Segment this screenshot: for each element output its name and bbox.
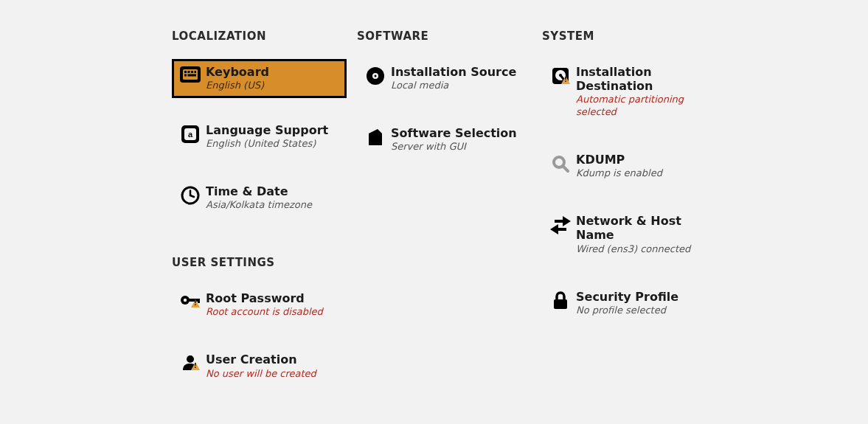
svg-rect-3 — [188, 71, 190, 73]
key-icon — [176, 291, 204, 307]
security-profile-title: Security Profile — [576, 290, 678, 304]
user-settings-heading: USER SETTINGS — [172, 256, 347, 269]
svg-point-22 — [375, 75, 377, 77]
root-password-spoke[interactable]: Root Password Root account is disabled — [172, 285, 347, 324]
disc-icon — [361, 65, 389, 86]
svg-rect-5 — [195, 71, 197, 73]
network-hostname-spoke[interactable]: Network & Host Name Wired (ens3) connect… — [542, 208, 717, 261]
keyboard-title: Keyboard — [206, 65, 269, 79]
installation-destination-spoke[interactable]: Installation Destination Automatic parti… — [542, 59, 717, 125]
software-selection-status: Server with GUI — [391, 141, 517, 153]
installation-source-title: Installation Source — [391, 65, 516, 79]
search-icon — [546, 153, 574, 173]
keyboard-status: English (US) — [206, 80, 269, 92]
svg-text:a: a — [188, 130, 193, 139]
software-selection-spoke[interactable]: Software Selection Server with GUI — [357, 120, 532, 159]
warning-icon — [191, 362, 200, 370]
installation-source-status: Local media — [391, 80, 516, 92]
user-creation-status: No user will be created — [206, 368, 316, 380]
software-heading: SOFTWARE — [357, 29, 532, 43]
user-creation-title: User Creation — [206, 352, 316, 366]
user-creation-spoke[interactable]: User Creation No user will be created — [172, 347, 347, 386]
language-support-title: Language Support — [206, 123, 328, 137]
time-date-status: Asia/Kolkata timezone — [206, 199, 312, 212]
user-icon — [176, 352, 204, 372]
installation-source-spoke[interactable]: Installation Source Local media — [357, 59, 532, 98]
installation-summary-panel: LOCALIZATION Keyboard English (US) — [0, 0, 868, 408]
keyboard-icon — [176, 65, 204, 83]
language-icon: a — [176, 123, 204, 144]
lock-icon — [546, 290, 574, 310]
warning-icon — [561, 76, 570, 84]
language-support-spoke[interactable]: a Language Support English (United State… — [172, 117, 347, 156]
svg-line-28 — [563, 166, 568, 171]
kdump-title: KDUMP — [576, 153, 662, 167]
system-column: SYSTEM Installation Destination Automati… — [542, 29, 717, 408]
time-date-title: Time & Date — [206, 184, 312, 198]
kdump-spoke[interactable]: KDUMP Kdump is enabled — [542, 147, 717, 186]
localization-column: LOCALIZATION Keyboard English (US) — [172, 29, 347, 408]
root-password-title: Root Password — [206, 291, 323, 305]
clock-icon — [176, 184, 204, 205]
svg-line-13 — [190, 195, 194, 197]
svg-rect-4 — [191, 71, 193, 73]
svg-rect-2 — [184, 71, 187, 73]
installation-destination-title: Installation Destination — [576, 65, 712, 93]
security-profile-status: No profile selected — [576, 305, 678, 317]
installation-destination-status: Automatic partitioning selected — [576, 94, 712, 119]
localization-heading: LOCALIZATION — [172, 29, 347, 43]
svg-rect-29 — [554, 299, 567, 309]
software-column: SOFTWARE Installation Source Local media — [357, 29, 532, 408]
warning-icon — [191, 299, 200, 307]
software-selection-title: Software Selection — [391, 126, 517, 140]
root-password-status: Root account is disabled — [206, 306, 323, 319]
keyboard-spoke[interactable]: Keyboard English (US) — [172, 59, 347, 98]
language-support-status: English (United States) — [206, 138, 328, 150]
svg-rect-6 — [184, 74, 187, 77]
network-hostname-title: Network & Host Name — [576, 214, 712, 242]
time-date-spoke[interactable]: Time & Date Asia/Kolkata timezone — [172, 178, 347, 218]
network-icon — [546, 214, 574, 234]
svg-rect-7 — [188, 74, 197, 77]
kdump-status: Kdump is enabled — [576, 167, 662, 180]
network-hostname-status: Wired (ens3) connected — [576, 243, 712, 256]
security-profile-spoke[interactable]: Security Profile No profile selected — [542, 284, 717, 323]
harddisk-icon — [546, 65, 574, 86]
system-heading: SYSTEM — [542, 29, 717, 43]
svg-point-15 — [184, 299, 187, 302]
package-icon — [361, 126, 389, 147]
user-settings-section: USER SETTINGS Root Password Root account… — [172, 256, 347, 408]
